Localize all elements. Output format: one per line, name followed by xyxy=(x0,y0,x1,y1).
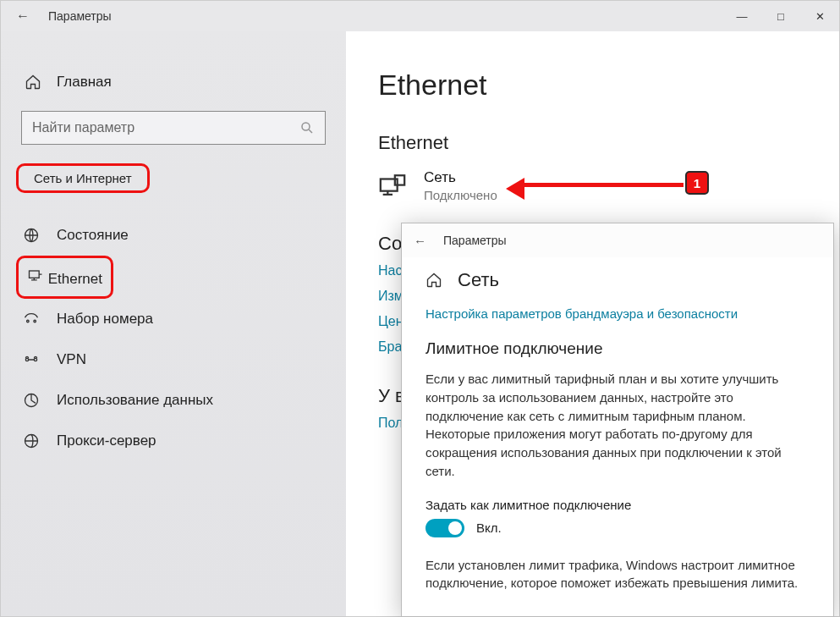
sidebar-home[interactable]: Главная xyxy=(1,74,346,111)
monitor-icon xyxy=(378,172,407,201)
sidebar: Главная Найти параметр Сеть и Интернет С… xyxy=(1,31,346,616)
popup-window-title: Параметры xyxy=(443,234,507,247)
window-title: Параметры xyxy=(48,9,112,23)
maximize-button[interactable]: □ xyxy=(761,1,800,31)
sidebar-home-label: Главная xyxy=(57,74,112,91)
window-controls: — □ ✕ xyxy=(722,1,839,31)
back-icon[interactable]: ← xyxy=(16,8,30,24)
firewall-settings-link[interactable]: Настройка параметров брандмауэра и безоп… xyxy=(425,306,810,321)
sidebar-nav: Состояние Ethernet Набор номера VPN xyxy=(1,215,346,461)
svg-point-5 xyxy=(34,320,36,322)
svg-point-6 xyxy=(25,358,28,361)
dialup-icon xyxy=(23,311,40,328)
popup-title-bar: ← Параметры xyxy=(402,223,833,257)
globe-icon xyxy=(23,227,40,244)
home-icon xyxy=(25,74,41,91)
svg-line-1 xyxy=(309,129,312,133)
svg-point-0 xyxy=(302,123,310,130)
sidebar-item-status[interactable]: Состояние xyxy=(1,215,346,256)
sidebar-item-ethernet[interactable]: Ethernet xyxy=(16,256,113,299)
close-button[interactable]: ✕ xyxy=(800,1,839,31)
sidebar-item-label: Состояние xyxy=(57,227,129,244)
svg-point-4 xyxy=(27,320,29,322)
popup-page-title: Сеть xyxy=(458,269,499,291)
ethernet-icon xyxy=(27,267,44,284)
search-input[interactable]: Найти параметр xyxy=(21,111,326,145)
sidebar-item-datausage[interactable]: Использование данных xyxy=(1,380,346,421)
section-heading: Ethernet xyxy=(378,132,839,154)
svg-rect-11 xyxy=(395,175,404,185)
popup-section-heading: Лимитное подключение xyxy=(425,339,810,358)
metered-connection-toggle-row: Вкл. xyxy=(425,519,810,537)
metered-connection-toggle[interactable] xyxy=(425,519,464,537)
popup-note: Если установлен лимит трафика, Windows н… xyxy=(425,556,810,593)
sidebar-item-label: Ethernet xyxy=(48,271,102,287)
page-title: Ethernet xyxy=(378,69,839,102)
svg-point-7 xyxy=(34,358,36,361)
svg-rect-3 xyxy=(30,271,40,278)
sidebar-item-vpn[interactable]: VPN xyxy=(1,339,346,380)
search-placeholder: Найти параметр xyxy=(32,120,135,135)
vpn-icon xyxy=(23,351,40,368)
title-bar: ← Параметры — □ ✕ xyxy=(1,1,839,31)
sidebar-item-label: VPN xyxy=(57,351,86,368)
popup-window: ← Параметры Сеть Настройка параметров бр… xyxy=(401,223,834,617)
sidebar-item-proxy[interactable]: Прокси-сервер xyxy=(1,421,346,461)
toggle-state: Вкл. xyxy=(476,521,502,535)
datausage-icon xyxy=(23,392,40,409)
popup-page-title-row: Сеть xyxy=(425,269,810,291)
back-icon[interactable]: ← xyxy=(414,234,426,248)
sidebar-section-label: Сеть и Интернет xyxy=(16,163,150,193)
proxy-icon xyxy=(23,432,40,449)
toggle-label: Задать как лимитное подключение xyxy=(425,498,810,512)
minimize-button[interactable]: — xyxy=(722,1,761,31)
search-icon xyxy=(299,120,315,135)
sidebar-item-dialup[interactable]: Набор номера xyxy=(1,299,346,339)
home-icon xyxy=(425,272,442,289)
network-item[interactable]: Сеть Подключено xyxy=(378,169,839,202)
popup-body: Сеть Настройка параметров брандмауэра и … xyxy=(402,257,833,592)
sidebar-item-label: Прокси-сервер xyxy=(57,432,156,449)
network-name: Сеть xyxy=(424,169,497,186)
network-status: Подключено xyxy=(424,188,497,202)
popup-description: Если у вас лимитный тарифный план и вы х… xyxy=(425,370,810,481)
sidebar-item-label: Набор номера xyxy=(57,311,153,328)
sidebar-item-label: Использование данных xyxy=(57,392,213,409)
